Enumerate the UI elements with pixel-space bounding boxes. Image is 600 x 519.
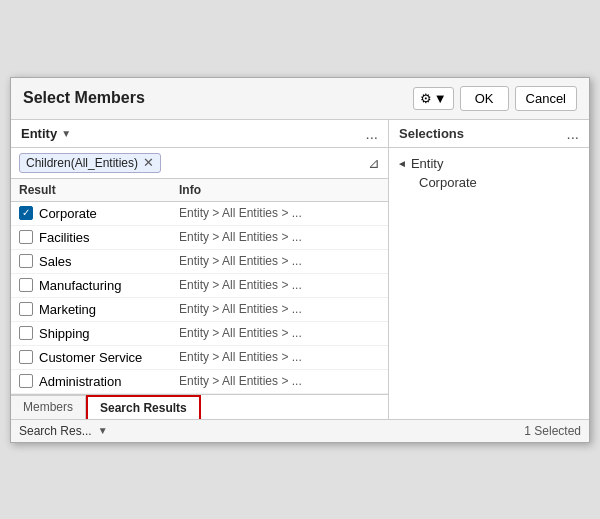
dialog-title: Select Members <box>23 89 145 107</box>
left-panel-header: Entity ▼ ... <box>11 120 388 148</box>
status-dropdown-arrow[interactable]: ▼ <box>98 425 108 436</box>
entity-label: Entity <box>21 126 57 141</box>
status-left: Search Res... ▼ <box>19 424 108 438</box>
right-panel: Selections ... ◄ Entity Corporate <box>389 120 589 419</box>
table-row[interactable]: Sales Entity > All Entities > ... <box>11 250 388 274</box>
right-panel-more[interactable]: ... <box>566 126 579 141</box>
filter-tag-text: Children(All_Entities) <box>26 156 138 170</box>
gear-icon: ⚙ <box>420 91 432 106</box>
right-panel-header: Selections ... <box>389 120 589 148</box>
info-text: Entity > All Entities > ... <box>179 230 380 244</box>
result-name: Corporate <box>39 206 97 221</box>
ok-button[interactable]: OK <box>460 86 509 111</box>
col-result: Result <box>19 183 179 197</box>
info-text: Entity > All Entities > ... <box>179 302 380 316</box>
left-panel-more[interactable]: ... <box>365 126 378 141</box>
result-name: Marketing <box>39 302 96 317</box>
table-row[interactable]: Corporate Entity > All Entities > ... <box>11 202 388 226</box>
result-name: Shipping <box>39 326 90 341</box>
results-list: Corporate Entity > All Entities > ... Fa… <box>11 202 388 394</box>
info-text: Entity > All Entities > ... <box>179 254 380 268</box>
cancel-button[interactable]: Cancel <box>515 86 577 111</box>
results-header: Result Info <box>11 179 388 202</box>
tree-collapse-arrow[interactable]: ◄ <box>397 158 407 169</box>
checkbox[interactable] <box>19 230 33 244</box>
info-text: Entity > All Entities > ... <box>179 374 380 388</box>
selected-count: 1 Selected <box>524 424 581 438</box>
table-row[interactable]: Manufacturing Entity > All Entities > ..… <box>11 274 388 298</box>
table-row[interactable]: Facilities Entity > All Entities > ... <box>11 226 388 250</box>
entity-dropdown-arrow[interactable]: ▼ <box>61 128 71 139</box>
col-info: Info <box>179 183 380 197</box>
checkbox[interactable] <box>19 374 33 388</box>
selections-title: Selections <box>399 126 464 141</box>
tree-root-entity: ◄ Entity <box>397 154 581 173</box>
dialog-body: Entity ▼ ... Children(All_Entities) ✕ ⊿ … <box>11 120 589 419</box>
result-name: Customer Service <box>39 350 142 365</box>
result-cell: Manufacturing <box>19 278 179 293</box>
result-name: Manufacturing <box>39 278 121 293</box>
left-panel: Entity ▼ ... Children(All_Entities) ✕ ⊿ … <box>11 120 389 419</box>
info-text: Entity > All Entities > ... <box>179 350 380 364</box>
tabs-row: Members Search Results <box>11 395 388 419</box>
gear-button[interactable]: ⚙ ▼ <box>413 87 454 110</box>
select-members-dialog: Select Members ⚙ ▼ OK Cancel Entity ▼ ..… <box>10 77 590 443</box>
table-row[interactable]: Customer Service Entity > All Entities >… <box>11 346 388 370</box>
status-bar: Search Res... ▼ 1 Selected <box>11 419 589 442</box>
result-cell: Marketing <box>19 302 179 317</box>
tree-child-corporate: Corporate <box>397 173 581 192</box>
checkbox[interactable] <box>19 326 33 340</box>
result-name: Sales <box>39 254 72 269</box>
table-row[interactable]: Marketing Entity > All Entities > ... <box>11 298 388 322</box>
result-cell: Corporate <box>19 206 179 221</box>
tree-child-label: Corporate <box>419 175 477 190</box>
info-text: Entity > All Entities > ... <box>179 278 380 292</box>
selection-tree: ◄ Entity Corporate <box>389 148 589 198</box>
checkbox[interactable] <box>19 350 33 364</box>
table-row[interactable]: Administration Entity > All Entities > .… <box>11 370 388 394</box>
dialog-header: Select Members ⚙ ▼ OK Cancel <box>11 78 589 120</box>
header-right: ⚙ ▼ OK Cancel <box>413 86 577 111</box>
info-text: Entity > All Entities > ... <box>179 206 380 220</box>
result-name: Administration <box>39 374 121 389</box>
result-cell: Administration <box>19 374 179 389</box>
gear-dropdown-arrow: ▼ <box>434 91 447 106</box>
filter-tag-close[interactable]: ✕ <box>143 156 154 169</box>
table-row[interactable]: Shipping Entity > All Entities > ... <box>11 322 388 346</box>
result-cell: Sales <box>19 254 179 269</box>
tab-members[interactable]: Members <box>11 395 86 419</box>
checkbox[interactable] <box>19 254 33 268</box>
filter-tag: Children(All_Entities) ✕ <box>19 153 161 173</box>
tree-root-label: Entity <box>411 156 444 171</box>
result-cell: Customer Service <box>19 350 179 365</box>
tab-search-results[interactable]: Search Results <box>86 395 201 419</box>
checkbox[interactable] <box>19 302 33 316</box>
status-label: Search Res... <box>19 424 92 438</box>
left-panel-title: Entity ▼ <box>21 126 71 141</box>
checkbox[interactable] <box>19 278 33 292</box>
info-text: Entity > All Entities > ... <box>179 326 380 340</box>
tabs-area: Members Search Results <box>11 394 388 419</box>
filter-row: Children(All_Entities) ✕ ⊿ <box>11 148 388 179</box>
result-cell: Facilities <box>19 230 179 245</box>
checkbox[interactable] <box>19 206 33 220</box>
filter-icon[interactable]: ⊿ <box>368 155 380 171</box>
result-cell: Shipping <box>19 326 179 341</box>
result-name: Facilities <box>39 230 90 245</box>
